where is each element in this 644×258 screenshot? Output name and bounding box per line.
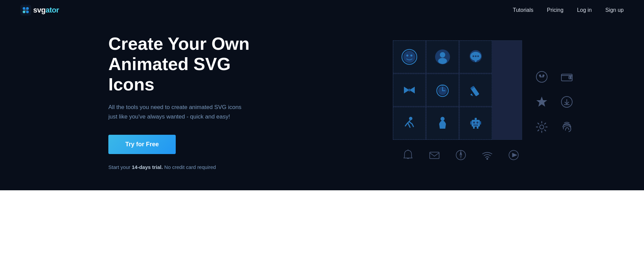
robot-icon — [467, 114, 485, 132]
hero-text-block: Create Your Own Animated SVG Icons All t… — [108, 34, 271, 170]
svg-point-15 — [473, 55, 474, 57]
svg-point-2 — [26, 7, 29, 10]
svg-marker-43 — [460, 152, 461, 155]
emoticon-icon — [532, 67, 551, 86]
running-icon — [401, 114, 418, 132]
person-icon — [434, 114, 451, 132]
svg-rect-37 — [475, 118, 477, 120]
svg-point-20 — [408, 89, 411, 91]
nav-links: Tutorials Pricing Log in Sign up — [513, 7, 624, 13]
bowtie-icon — [401, 81, 418, 99]
float-row-2 — [532, 92, 576, 111]
float-row-1 — [532, 67, 576, 86]
bell-icon — [400, 147, 416, 164]
svg-point-16 — [475, 55, 477, 57]
hero-section: svgator Tutorials Pricing Log in Sign up… — [0, 0, 644, 190]
star-icon — [532, 92, 551, 111]
svg-point-8 — [406, 55, 408, 57]
icon-grid — [393, 40, 522, 140]
svg-point-7 — [403, 51, 415, 63]
svg-point-1 — [23, 7, 25, 10]
grid-cell-robot — [459, 107, 492, 139]
grid-cell-person — [426, 107, 459, 139]
nav-login[interactable]: Log in — [577, 7, 592, 13]
svg-point-11 — [440, 52, 445, 58]
download-icon — [557, 92, 576, 111]
svg-point-17 — [477, 55, 479, 57]
grid-cell-face — [393, 41, 426, 73]
fingerprint-icon — [557, 117, 576, 136]
grid-cell-chat — [459, 41, 492, 73]
svg-point-9 — [410, 55, 412, 57]
settings-icon — [532, 117, 551, 136]
svg-rect-25 — [441, 85, 444, 86]
play-icon — [505, 147, 522, 164]
svg-point-60 — [540, 125, 544, 129]
svg-point-5 — [25, 9, 27, 11]
hero-subtitle: All the tools you need to create animate… — [108, 103, 251, 121]
svg-point-35 — [476, 122, 478, 124]
grid-cell-pencil — [459, 74, 492, 106]
user-icon — [434, 48, 451, 66]
wifi-icon — [479, 147, 496, 164]
logo-icon — [20, 5, 31, 16]
svg-point-55 — [570, 77, 571, 78]
grid-cell-timer — [426, 74, 459, 106]
svg-marker-27 — [470, 93, 473, 96]
svg-rect-39 — [477, 127, 478, 129]
svg-marker-56 — [536, 96, 547, 107]
face-icon — [401, 48, 418, 66]
svg-point-52 — [543, 75, 544, 76]
svg-marker-44 — [460, 155, 461, 158]
icon-showcase — [393, 40, 576, 164]
svg-point-51 — [539, 75, 541, 76]
svg-marker-48 — [513, 153, 517, 157]
svg-point-30 — [441, 117, 445, 121]
svg-rect-36 — [473, 125, 478, 126]
nav-pricing[interactable]: Pricing — [547, 7, 563, 13]
nav-signup[interactable]: Sign up — [605, 7, 624, 13]
hero-body: Create Your Own Animated SVG Icons All t… — [0, 20, 644, 190]
svg-point-3 — [23, 10, 25, 13]
grid-cell-bowtie — [393, 74, 426, 106]
pencil-icon — [467, 81, 485, 99]
logo[interactable]: svgator — [20, 5, 59, 16]
svg-rect-38 — [473, 127, 475, 129]
navigation: svgator Tutorials Pricing Log in Sign up — [0, 0, 644, 20]
svg-rect-33 — [479, 121, 481, 125]
float-row-3 — [532, 117, 576, 136]
svg-point-12 — [438, 58, 447, 64]
logo-text: svgator — [33, 6, 59, 15]
trial-text: Start your 14-days trial. No credit card… — [108, 164, 271, 170]
svg-rect-41 — [430, 152, 439, 158]
nav-tutorials[interactable]: Tutorials — [513, 7, 533, 13]
hero-title: Create Your Own Animated SVG Icons — [108, 34, 271, 94]
svg-point-46 — [487, 158, 488, 159]
lower-section — [0, 190, 644, 258]
bottom-icons-row — [393, 147, 522, 164]
grid-cell-run — [393, 107, 426, 139]
compass-icon — [452, 147, 469, 164]
wallet-icon — [557, 67, 576, 86]
grid-cell-user — [426, 41, 459, 73]
mail-icon — [426, 147, 443, 164]
try-for-free-button[interactable]: Try for Free — [108, 135, 176, 154]
svg-point-34 — [473, 122, 475, 124]
timer-icon — [434, 81, 451, 99]
floating-side-icons — [532, 67, 576, 136]
svg-rect-32 — [470, 121, 472, 125]
svg-point-4 — [26, 10, 29, 13]
chat-icon — [467, 48, 485, 66]
svg-point-29 — [409, 117, 412, 120]
